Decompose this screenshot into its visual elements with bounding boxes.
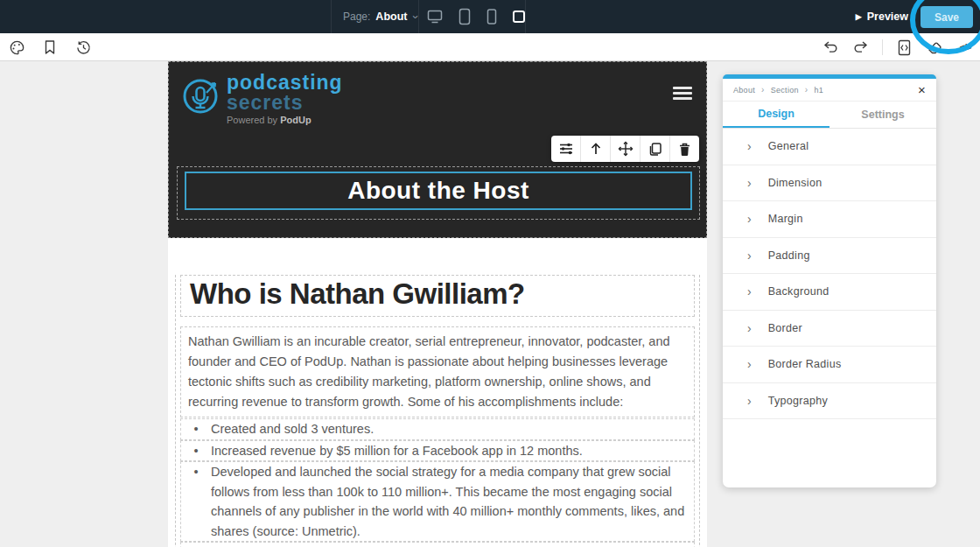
hamburger-menu-icon[interactable]: [673, 87, 692, 102]
tab-settings[interactable]: Settings: [830, 102, 936, 128]
paragraph-text: Nathan Gwilliam is an incurable creator,…: [188, 334, 670, 409]
chevron-right-icon: ›: [747, 140, 752, 152]
history-icon[interactable]: [74, 38, 93, 57]
bullet-icon: •: [181, 419, 211, 439]
page-title: About the Host: [347, 177, 529, 205]
page-value: About: [375, 11, 407, 23]
podcasting-secrets-logo[interactable]: podcasting secrets Powered by PodUp: [180, 72, 343, 125]
selected-h1-element[interactable]: About the Host: [185, 172, 692, 210]
content-section[interactable]: Who is Nathan Gwilliam? Nathan Gwilliam …: [169, 275, 706, 547]
top-bar: Page: About › ▶ Preview Save: [0, 0, 980, 33]
breadcrumb-item-h1[interactable]: h1: [814, 86, 823, 95]
heading-block-wrapper: About the Host: [177, 166, 700, 220]
bullet-icon: •: [181, 441, 211, 461]
panel-section-padding[interactable]: › Padding: [723, 238, 936, 275]
panel-section-margin[interactable]: › Margin: [723, 201, 936, 238]
list-item[interactable]: • Created Adoption.com, the world's most…: [180, 542, 695, 547]
preview-button[interactable]: ▶ Preview: [856, 0, 908, 33]
close-icon[interactable]: ×: [918, 83, 926, 96]
bullet-icon: •: [181, 543, 211, 547]
chevron-right-icon: ›: [747, 358, 752, 370]
chevron-right-icon: ›: [747, 177, 752, 189]
logo-powered-by: Powered by PodUp: [227, 115, 343, 125]
page-code-icon[interactable]: [894, 38, 914, 57]
element-toolbar: [551, 136, 699, 162]
design-settings-panel: About › Section › h1 × Design Settings ›…: [723, 74, 936, 487]
chevron-right-icon: ›: [747, 322, 752, 334]
chevron-right-icon: ›: [747, 285, 752, 298]
eraser-icon[interactable]: [925, 38, 944, 57]
preview-label: Preview: [867, 11, 908, 23]
editor-toolbar: </>: [0, 33, 980, 61]
mobile-small-icon[interactable]: [512, 10, 526, 24]
element-settings-icon[interactable]: [551, 136, 580, 162]
phone-icon[interactable]: [486, 8, 498, 25]
panel-section-background[interactable]: › Background: [723, 274, 936, 311]
breadcrumb-separator-icon: ›: [761, 85, 765, 95]
save-button[interactable]: Save: [920, 6, 973, 28]
breadcrumb-item-section[interactable]: Section: [771, 86, 799, 95]
microphone-logo-icon: [180, 72, 222, 119]
list-item[interactable]: • Created and sold 3 ventures.: [180, 418, 695, 440]
redo-icon[interactable]: [851, 38, 871, 57]
chevron-right-icon: ›: [747, 249, 752, 262]
list-item[interactable]: • Increased revenue by $5 million for a …: [180, 440, 695, 462]
panel-section-border[interactable]: › Border: [723, 311, 936, 347]
divider: [331, 0, 332, 33]
tablet-icon[interactable]: [458, 8, 472, 25]
chevron-right-icon: ›: [747, 395, 752, 407]
paragraph-block[interactable]: Nathan Gwilliam is an incurable creator,…: [180, 326, 695, 417]
duplicate-icon[interactable]: [640, 136, 669, 162]
chevron-right-icon: ›: [747, 213, 752, 225]
drag-move-icon[interactable]: [611, 136, 640, 162]
logo-word-podcasting: podcasting: [227, 72, 343, 93]
bullet-icon: •: [181, 462, 211, 541]
panel-section-typography[interactable]: › Typography: [723, 383, 936, 420]
play-icon: ▶: [856, 13, 862, 21]
logo-brand-podup: PodUp: [280, 115, 311, 125]
move-up-icon[interactable]: [581, 136, 610, 162]
tab-design[interactable]: Design: [723, 102, 830, 128]
panel-section-dimension[interactable]: › Dimension: [723, 165, 936, 202]
breadcrumb-separator-icon: ›: [805, 85, 808, 95]
chevron-down-icon: ›: [410, 15, 422, 18]
bookmark-icon[interactable]: [40, 38, 60, 57]
panel-section-general[interactable]: › General: [723, 129, 936, 165]
page-label: Page:: [343, 11, 370, 23]
header-section[interactable]: podcasting secrets Powered by PodUp: [168, 61, 707, 238]
theme-palette-icon[interactable]: [7, 38, 26, 57]
divider: [882, 39, 883, 55]
delete-trash-icon[interactable]: [670, 136, 699, 162]
breadcrumb-item-about[interactable]: About: [733, 86, 755, 95]
content-column: Who is Nathan Gwilliam? Nathan Gwilliam …: [175, 275, 700, 547]
logo-word-secrets: secrets: [227, 93, 343, 112]
breadcrumb: About › Section › h1 ×: [723, 79, 936, 102]
panel-section-border-radius[interactable]: › Border Radius: [723, 347, 936, 383]
subheading-text: Who is Nathan Gwilliam?: [190, 277, 525, 310]
desktop-icon[interactable]: [426, 9, 444, 25]
device-switcher: [426, 0, 526, 33]
panel-tabs: Design Settings: [723, 102, 936, 129]
page-canvas: podcasting secrets Powered by PodUp: [168, 61, 707, 547]
custom-code-icon[interactable]: </>: [956, 38, 975, 57]
subheading-block[interactable]: Who is Nathan Gwilliam?: [180, 275, 695, 317]
bullet-list: • Created and sold 3 ventures. • Increas…: [180, 418, 695, 547]
undo-icon[interactable]: [821, 38, 840, 57]
page-selector-dropdown[interactable]: Page: About ›: [336, 0, 425, 33]
list-item[interactable]: • Developed and launched the social stra…: [180, 461, 695, 542]
